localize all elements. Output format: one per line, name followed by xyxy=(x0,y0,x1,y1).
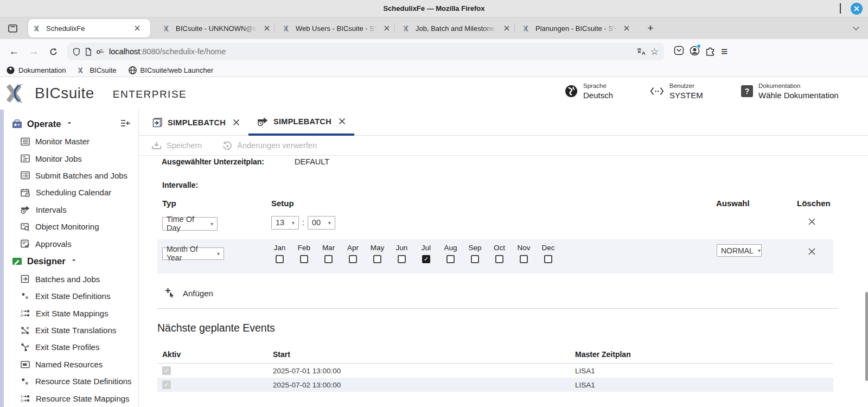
sidebar-item-approvals[interactable]: Approvals xyxy=(0,235,138,252)
doc-tab-simplebatch-interval[interactable]: SIMPLEBATCH xyxy=(248,110,354,136)
events-section-title: Nächste geplante Events xyxy=(157,322,868,334)
sidebar-item-exit-state-mappings[interactable]: 10 Exit State Mappings xyxy=(0,305,138,322)
browser-tab-planungen[interactable]: Planungen - BICsuite - SYST xyxy=(518,19,637,37)
save-button[interactable]: Speichern xyxy=(151,141,202,150)
browser-tab-job-batch[interactable]: Job, Batch and Milestone D xyxy=(398,19,518,37)
chevron-up-icon: ⌃ xyxy=(72,258,76,265)
minute-select[interactable]: 00 ▾ xyxy=(308,216,335,230)
sidebar-item-monitor-master[interactable]: Monitor Master xyxy=(0,133,138,150)
bicsuite-favicon xyxy=(283,25,291,32)
user-selector[interactable]: Benutzer SYSTEM xyxy=(650,82,703,100)
events-header-aktiv: Aktiv xyxy=(157,350,268,359)
sidebar-item-scheduling-calendar[interactable]: Scheduling Calendar xyxy=(0,184,138,201)
discard-changes-button[interactable]: Änderungen verwerfen xyxy=(222,141,317,150)
delete-icon xyxy=(808,247,816,256)
sidebar-item-resource-state-mappings[interactable]: 10 Resource State Mappings xyxy=(0,390,138,406)
delete-interval-button[interactable] xyxy=(790,242,833,256)
month-checkbox-aug[interactable] xyxy=(446,255,455,263)
month-checkbox-feb[interactable] xyxy=(300,255,308,263)
selection-mode-select[interactable]: NORMAL ▾ xyxy=(717,244,762,257)
sidebar-item-exit-state-profiles[interactable]: Exit State Profiles xyxy=(0,339,138,355)
browser-tabbar: SchedulixFe BICsuite - UNKNOWN@loca Web … xyxy=(0,17,868,39)
tab-title: SchedulixFe xyxy=(46,24,127,33)
browser-tab-bicsuite[interactable]: BICsuite - UNKNOWN@loca xyxy=(158,19,278,37)
close-icon xyxy=(624,26,629,31)
interval-type-select[interactable]: Time Of Day ▾ xyxy=(162,217,218,231)
menu-button[interactable]: ≡ xyxy=(721,45,727,58)
sidebar-item-exit-state-definitions[interactable]: Exit State Definitions xyxy=(0,288,138,304)
translate-icon[interactable]: A xyxy=(636,47,646,56)
extensions-button[interactable] xyxy=(705,46,716,58)
interval-type-select[interactable]: Month Of Year ▾ xyxy=(162,247,224,260)
question-icon: ? xyxy=(741,85,753,97)
browser-tab-schedulixfe[interactable]: SchedulixFe xyxy=(28,19,150,37)
browser-tab-web-users[interactable]: Web Users - BICsuite - SYST xyxy=(278,19,398,37)
hour-select[interactable]: 13 ▾ xyxy=(271,216,299,230)
resource-state-definitions-icon xyxy=(21,377,30,386)
sidebar-item-named-resources[interactable]: Named Resources xyxy=(0,356,138,373)
tab-close-button[interactable] xyxy=(381,23,392,34)
sidebar-item-exit-state-translations[interactable]: Exit State Translations xyxy=(0,322,138,339)
sidebar-item-submit-batches[interactable]: Submit Batches and Jobs xyxy=(0,167,138,184)
time-separator: : xyxy=(302,218,304,227)
month-checkbox-apr[interactable] xyxy=(349,255,357,263)
firefox-view-button[interactable] xyxy=(4,20,21,36)
doc-tab-close-button[interactable] xyxy=(339,118,346,125)
close-icon xyxy=(264,26,270,31)
chevron-down-icon: ▾ xyxy=(758,247,761,253)
bicsuite-favicon xyxy=(78,67,86,74)
month-checkbox-jun[interactable] xyxy=(398,255,406,263)
sidebar-item-intervals[interactable]: Intervals xyxy=(0,201,138,218)
documentation-selector[interactable]: ? Dokumentation Wähle Dokumentation xyxy=(741,82,839,100)
page-scrollbar[interactable] xyxy=(865,292,868,381)
sidebar-item-resource-state-definitions[interactable]: Resource State Definitions xyxy=(0,373,138,390)
sidebar-item-batches-and-jobs[interactable]: Batches and Jobs xyxy=(0,271,138,288)
language-selector[interactable]: Sprache Deutsch xyxy=(565,82,613,100)
month-checkbox-may[interactable] xyxy=(373,255,381,263)
month-checkbox-jan[interactable] xyxy=(276,255,284,263)
tab-close-button[interactable] xyxy=(132,23,143,34)
tab-close-button[interactable] xyxy=(621,23,632,34)
navigation-toolbar: ← → localhost:8080/schedulix-fe/home A ☆ xyxy=(0,39,868,64)
list-all-tabs-button[interactable] xyxy=(848,27,864,29)
collapse-sidebar-button[interactable] xyxy=(120,119,131,130)
maximize-button[interactable] xyxy=(840,4,841,14)
month-checkbox-nov[interactable] xyxy=(520,255,528,263)
bookmark-bicsuite[interactable]: BICsuite xyxy=(78,66,116,74)
sidebar-section-operate[interactable]: Operate ⌃ xyxy=(0,115,138,133)
exit-state-translations-icon xyxy=(21,326,30,335)
pocket-button[interactable] xyxy=(674,46,684,58)
aktiv-checkbox: ✓ xyxy=(162,366,171,375)
append-button[interactable]: Anfügen xyxy=(157,284,868,302)
submit-batches-icon xyxy=(21,171,30,180)
tab-close-button[interactable] xyxy=(261,23,272,34)
month-checkbox-mar[interactable] xyxy=(324,255,333,263)
forward-button[interactable]: → xyxy=(25,43,42,60)
event-master: LISA1 xyxy=(570,367,833,375)
month-checkbox-oct[interactable] xyxy=(495,255,503,263)
tab-title: Web Users - BICsuite - SYST xyxy=(296,24,377,33)
delete-interval-button[interactable] xyxy=(790,218,833,226)
sidebar-section-designer[interactable]: Designer ⌃ xyxy=(0,252,138,271)
reload-button[interactable] xyxy=(44,43,62,60)
svg-text:1: 1 xyxy=(21,395,23,398)
doc-tab-close-button[interactable] xyxy=(233,119,240,126)
bookmark-dokumentation[interactable]: Dokumentation xyxy=(7,66,66,74)
url-bar[interactable]: localhost:8080/schedulix-fe/home A ☆ xyxy=(67,43,664,60)
batches-jobs-icon xyxy=(21,275,30,283)
month-checkbox-sep[interactable] xyxy=(471,255,479,263)
doc-tab-simplebatch-batch[interactable]: SIMPLEBATCH xyxy=(143,110,248,135)
close-button[interactable] xyxy=(851,3,863,15)
month-checkbox-jul[interactable]: ✓ xyxy=(422,255,430,263)
close-icon xyxy=(384,26,390,31)
url-text[interactable]: localhost:8080/schedulix-fe/home xyxy=(109,47,632,56)
tab-close-button[interactable] xyxy=(501,23,512,34)
bookmark-star-icon[interactable]: ☆ xyxy=(650,46,659,58)
bookmark-web-launcher[interactable]: BICsuite!web Launcher xyxy=(129,66,213,74)
back-button[interactable]: ← xyxy=(5,43,23,60)
sidebar-item-monitor-jobs[interactable]: Monitor Jobs xyxy=(0,150,138,167)
account-button[interactable] xyxy=(690,46,700,58)
sidebar-item-object-monitoring[interactable]: Object Monitoring xyxy=(0,218,138,235)
month-checkbox-dec[interactable] xyxy=(544,255,552,263)
new-tab-button[interactable]: + xyxy=(643,21,658,36)
